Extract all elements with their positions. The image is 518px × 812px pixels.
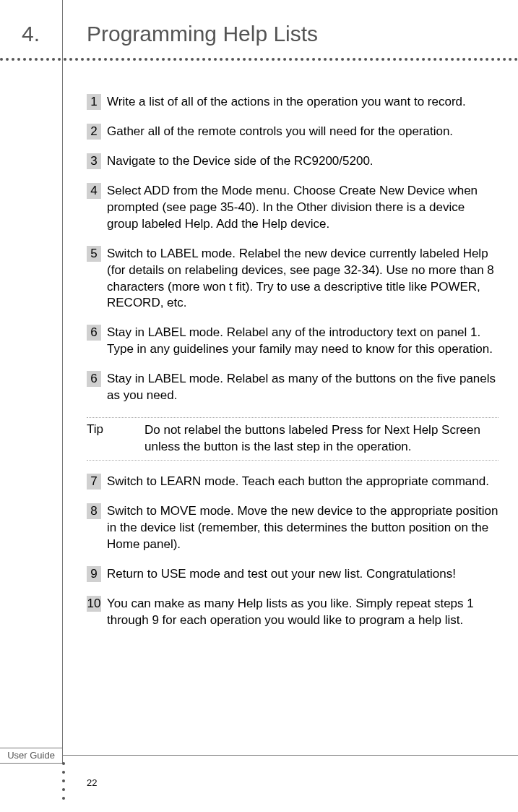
step-text: Stay in LABEL mode. Relabel as many of t… [107,371,498,404]
step-text: Return to USE mode and test out your new… [107,566,498,583]
step: 3 Navigate to the Device side of the RC9… [87,153,498,170]
step-number: 8 [87,503,101,519]
step-number: 3 [87,153,101,169]
section-title: Programming Help Lists [87,22,318,46]
vertical-dots-icon [62,762,65,800]
step-text: You can make as many Help lists as you l… [107,596,498,629]
step-number: 6 [87,325,101,341]
step-text: Switch to MOVE mode. Move the new device… [107,503,498,553]
step-number: 6 [87,371,101,387]
step: 2 Gather all of the remote controls you … [87,124,498,140]
step-number: 10 [87,596,101,612]
dotted-horizontal-rule [0,58,518,61]
tip-label: Tip [87,422,144,456]
step: 1 Write a list of all of the actions in … [87,94,498,111]
page-number: 22 [87,777,97,788]
step-number: 4 [87,183,101,199]
step: 7 Switch to LEARN mode. Teach each butto… [87,474,498,490]
step-text: Write a list of all of the actions in th… [107,94,498,111]
step-number: 1 [87,94,101,110]
step: 5 Switch to LABEL mode. Relabel the new … [87,246,498,312]
footer-label: User Guide [0,748,63,764]
step-text: Select ADD from the Mode menu. Choose Cr… [107,183,498,233]
step-text: Stay in LABEL mode. Relabel any of the i… [107,325,498,358]
step-text: Switch to LEARN mode. Teach each button … [107,474,498,490]
step-text: Switch to LABEL mode. Relabel the new de… [107,246,498,312]
step: 6 Stay in LABEL mode. Relabel as many of… [87,371,498,404]
section-number: 4. [22,22,40,46]
vertical-rule [62,0,63,759]
step: 8 Switch to MOVE mode. Move the new devi… [87,503,498,553]
step-number: 7 [87,474,101,490]
step: 10 You can make as many Help lists as yo… [87,596,498,629]
content-area: 1 Write a list of all of the actions in … [87,94,498,642]
step: 4 Select ADD from the Mode menu. Choose … [87,183,498,233]
step-text: Navigate to the Device side of the RC920… [107,153,498,170]
step: 9 Return to USE mode and test out your n… [87,566,498,583]
page: 4. Programming Help Lists 1 Write a list… [0,0,518,812]
step-number: 5 [87,246,101,262]
tip-text: Do not relabel the buttons labeled Press… [144,422,498,456]
step-number: 9 [87,566,101,582]
step-text: Gather all of the remote controls you wi… [107,124,498,140]
step-number: 2 [87,124,101,140]
tip-block: Tip Do not relabel the buttons labeled P… [87,417,498,461]
footer-horizontal-rule [62,755,518,756]
step: 6 Stay in LABEL mode. Relabel any of the… [87,325,498,358]
